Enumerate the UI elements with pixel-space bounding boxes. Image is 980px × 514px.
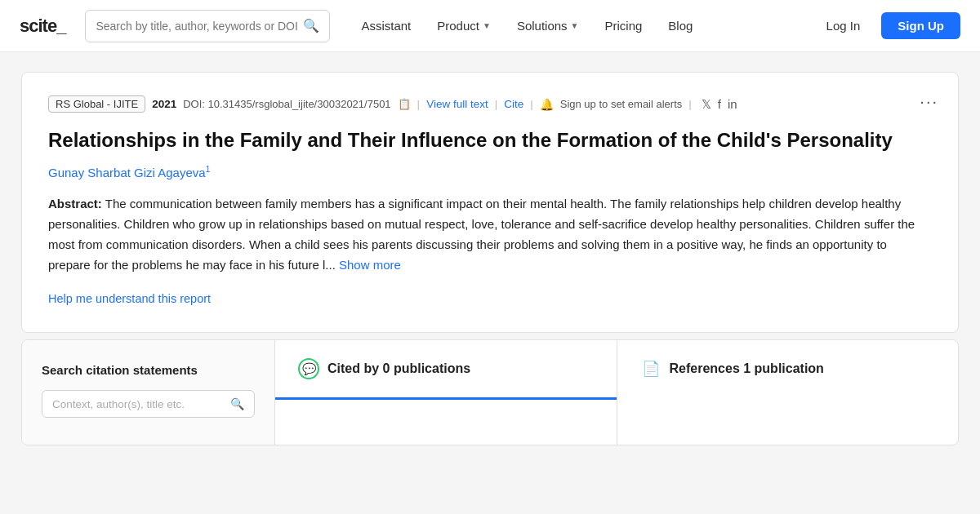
references-panel: 📄 References 1 publication xyxy=(617,340,959,445)
references-tab[interactable]: 📄 References 1 publication xyxy=(617,340,959,397)
citation-search-panel: Search citation statements Context, auth… xyxy=(22,340,275,445)
view-full-text-link[interactable]: View full text xyxy=(426,98,488,110)
alert-text: Sign up to set email alerts xyxy=(560,98,683,110)
publisher-badge: RS Global - IJITE xyxy=(48,95,145,113)
citation-search-placeholder: Context, author(s), title etc. xyxy=(52,398,224,410)
navigation: scite_ 🔍 Assistant Product ▼ Solutions ▼… xyxy=(0,0,980,52)
cited-by-tab[interactable]: 💬 Cited by 0 publications xyxy=(275,340,617,400)
linkedin-icon[interactable]: in xyxy=(728,97,737,112)
more-options-button[interactable]: ··· xyxy=(920,92,938,111)
help-understand-link[interactable]: Help me understand this report xyxy=(48,292,211,305)
citation-search-icon: 🔍 xyxy=(230,397,244,410)
abstract-label: Abstract: xyxy=(48,197,102,210)
citation-search-input[interactable]: Context, author(s), title etc. 🔍 xyxy=(42,390,255,418)
nav-item-pricing[interactable]: Pricing xyxy=(594,12,654,39)
citation-search-title: Search citation statements xyxy=(42,363,255,377)
login-button[interactable]: Log In xyxy=(812,12,875,39)
main-content: ··· RS Global - IJITE 2021 DOI: 10.31435… xyxy=(8,72,972,445)
article-card: ··· RS Global - IJITE 2021 DOI: 10.31435… xyxy=(21,72,959,333)
cited-by-icon: 💬 xyxy=(298,358,319,379)
article-doi: DOI: 10.31435/rsglobal_ijite/30032021/75… xyxy=(183,98,390,110)
separator-4: | xyxy=(688,98,692,110)
references-label: References 1 publication xyxy=(670,361,824,376)
article-title: Relationships in the Family and Their In… xyxy=(48,127,932,153)
nav-item-blog[interactable]: Blog xyxy=(657,12,704,39)
separator-1: | xyxy=(417,98,421,110)
facebook-icon[interactable]: f xyxy=(718,97,721,112)
nav-item-solutions[interactable]: Solutions ▼ xyxy=(506,12,590,39)
site-logo[interactable]: scite_ xyxy=(20,16,65,37)
nav-auth: Log In Sign Up xyxy=(812,12,960,39)
separator-2: | xyxy=(495,98,498,110)
nav-links: Assistant Product ▼ Solutions ▼ Pricing … xyxy=(350,12,804,39)
twitter-icon[interactable]: 𝕏 xyxy=(702,97,711,112)
cited-by-label: Cited by 0 publications xyxy=(327,361,470,376)
abstract-content: The communication between family members… xyxy=(48,197,915,271)
separator-3: | xyxy=(530,98,533,110)
signup-button[interactable]: Sign Up xyxy=(881,12,960,39)
copy-doi-icon[interactable]: 📋 xyxy=(398,98,411,110)
global-search-box[interactable]: 🔍 xyxy=(85,10,330,42)
article-authors[interactable]: Gunay Sharbat Gizi Agayeva1 xyxy=(48,165,932,179)
abstract: Abstract: The communication between fami… xyxy=(48,194,932,275)
cite-link[interactable]: Cite xyxy=(504,98,523,110)
search-icon: 🔍 xyxy=(303,18,319,33)
article-meta: RS Global - IJITE 2021 DOI: 10.31435/rsg… xyxy=(48,95,932,113)
references-icon: 📄 xyxy=(640,358,662,379)
bottom-panels: Search citation statements Context, auth… xyxy=(21,339,959,445)
logo-underscore: _ xyxy=(56,16,65,36)
author-superscript: 1 xyxy=(206,165,211,174)
social-links: 𝕏 f in xyxy=(702,97,737,112)
bell-icon: 🔔 xyxy=(540,98,554,111)
nav-item-product[interactable]: Product ▼ xyxy=(425,12,502,39)
cited-by-panel: 💬 Cited by 0 publications xyxy=(275,340,617,445)
search-input[interactable] xyxy=(96,20,298,33)
solutions-chevron-icon: ▼ xyxy=(571,21,579,30)
product-chevron-icon: ▼ xyxy=(483,21,491,30)
show-more-link[interactable]: Show more xyxy=(339,258,401,272)
article-year: 2021 xyxy=(152,98,176,110)
nav-item-assistant[interactable]: Assistant xyxy=(350,12,422,39)
logo-text: scite xyxy=(20,16,56,36)
